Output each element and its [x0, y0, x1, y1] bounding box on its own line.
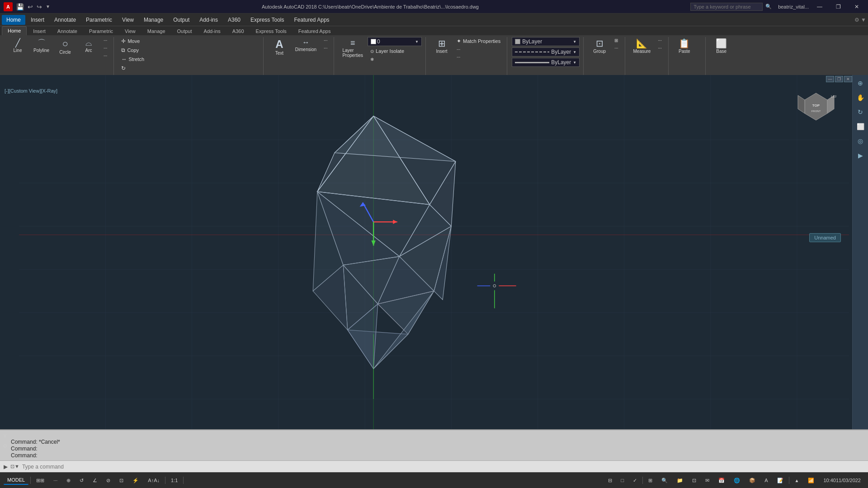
command-close-btn[interactable]: ✕	[3, 433, 7, 439]
annot-more-1[interactable]: ···	[321, 37, 330, 44]
annot-more-2[interactable]: ···	[321, 45, 330, 52]
ribbon-tab-express[interactable]: Express Tools	[250, 27, 292, 35]
stretch-button[interactable]: ↔ Stretch	[118, 55, 259, 63]
color-dropdown[interactable]: ByLayer ▼	[512, 37, 580, 46]
status-model-btn[interactable]: MODEL	[4, 476, 28, 485]
unnamed-button[interactable]: Unnamed	[809, 233, 841, 242]
vp-restore-btn[interactable]: ❐	[835, 76, 843, 82]
base-button[interactable]: ⬜ Base	[710, 37, 733, 56]
move-button[interactable]: ✛ Move	[118, 37, 259, 45]
status-lweight-btn[interactable]: ⚡	[129, 476, 142, 485]
ribbon-tab-manage[interactable]: Manage	[142, 27, 171, 35]
text-button[interactable]: A Text	[268, 37, 291, 57]
viewcube[interactable]: TOP FRONT LEFT	[796, 89, 836, 129]
menu-parametric[interactable]: Parametric	[81, 15, 117, 25]
ribbon-tab-addins[interactable]: Add-ins	[198, 27, 226, 35]
taskbar-app1[interactable]: ⊡	[689, 476, 700, 485]
utilities-more-1[interactable]: ···	[655, 37, 664, 44]
menu-manage[interactable]: Manage	[139, 15, 168, 25]
orbit-btn[interactable]: ↻	[854, 106, 867, 118]
show-motion-btn[interactable]: ▶	[854, 149, 867, 162]
menu-output[interactable]: Output	[169, 15, 194, 25]
polyline-button[interactable]: ⌒ Polyline	[30, 37, 53, 55]
group-button[interactable]: ⊡ Group	[588, 37, 611, 56]
quick-access-more[interactable]: ▼	[46, 4, 50, 9]
ribbon-tab-featured[interactable]: Featured Apps	[293, 27, 336, 35]
menu-annotate[interactable]: Annotate	[50, 15, 80, 25]
line-button[interactable]: ╱ Line	[6, 37, 29, 55]
menu-view[interactable]: View	[118, 15, 138, 25]
block-more-1[interactable]: ···	[454, 46, 503, 53]
insert-button[interactable]: ⊞ Insert	[430, 37, 453, 56]
quick-access-undo[interactable]: ↩	[28, 3, 33, 10]
status-scale-btn[interactable]: 1:1	[167, 476, 181, 484]
menu-a360[interactable]: A360	[223, 15, 245, 25]
command-filter-btn[interactable]: ⚙	[3, 443, 8, 449]
taskbar-app5[interactable]: 📦	[745, 476, 759, 485]
vp-close-btn[interactable]: ✕	[844, 76, 852, 82]
ribbon-tab-parametric[interactable]: Parametric	[84, 27, 118, 35]
vp-minimize-btn[interactable]: —	[826, 76, 834, 82]
status-hardware-btn[interactable]: □	[618, 476, 628, 484]
quick-access-redo[interactable]: ↪	[37, 3, 42, 10]
status-snap-btn[interactable]: ···	[50, 476, 61, 484]
linetype-dropdown[interactable]: ByLayer ▼	[512, 47, 580, 56]
menu-insert[interactable]: Insert	[26, 15, 49, 25]
ribbon-tab-output[interactable]: Output	[172, 27, 198, 35]
layer-properties-button[interactable]: ≡ LayerProperties	[339, 37, 367, 60]
paste-button[interactable]: 📋 Paste	[673, 37, 696, 56]
lineweight-dropdown[interactable]: ByLayer ▼	[512, 58, 580, 67]
taskbar-app2[interactable]: ✉	[702, 476, 713, 485]
status-otrack-btn[interactable]: ∠	[89, 476, 101, 485]
copy-button[interactable]: ⧉ Copy	[118, 46, 259, 54]
close-button[interactable]: ✕	[849, 2, 864, 12]
block-more-2[interactable]: ···	[454, 54, 503, 61]
viewport[interactable]: TOP FRONT LEFT Unnamed	[0, 75, 868, 429]
utilities-more-2[interactable]: ···	[655, 45, 664, 52]
minimize-button[interactable]: —	[811, 2, 828, 12]
rotate-button[interactable]: ↻	[118, 64, 259, 72]
titlebar-search[interactable]	[690, 3, 763, 11]
ribbon-customize-icon[interactable]: ⚙ ▼	[854, 17, 866, 23]
ribbon-tab-view[interactable]: View	[119, 27, 141, 35]
taskbar-app4[interactable]: 🌐	[730, 476, 744, 485]
draw-more-2[interactable]: ···	[101, 45, 110, 52]
windows-file-btn[interactable]: 📁	[673, 476, 687, 485]
command-input[interactable]	[22, 464, 864, 470]
restore-button[interactable]: ❐	[830, 2, 846, 12]
layer-freeze[interactable]: ❄	[368, 56, 422, 63]
quick-access-save[interactable]: 💾	[16, 3, 24, 10]
status-osnap-btn[interactable]: ↺	[76, 476, 87, 485]
pan-btn[interactable]: ✋	[854, 91, 867, 104]
status-ducs-btn[interactable]: ⊘	[103, 476, 114, 485]
ribbon-tab-a360[interactable]: A360	[227, 27, 250, 35]
menu-express-tools[interactable]: Express Tools	[246, 15, 288, 25]
status-dyn-btn[interactable]: ⊡	[116, 476, 127, 485]
match-props-button[interactable]: ✦ Match Properties	[454, 37, 503, 45]
layer-isolate[interactable]: ⊙Layer Isolate	[368, 47, 422, 55]
circle-button[interactable]: ○ Circle	[54, 37, 76, 56]
draw-more-3[interactable]: ···	[101, 52, 110, 59]
network-icon[interactable]: 📶	[804, 476, 818, 485]
measure-button[interactable]: 📐 Measure	[630, 37, 655, 56]
ribbon-tab-annotate[interactable]: Annotate	[52, 27, 83, 35]
menu-addins[interactable]: Add-ins	[195, 15, 222, 25]
status-isolate-btn[interactable]: ⊟	[604, 476, 616, 485]
arc-button[interactable]: ⌓ Arc	[77, 37, 100, 55]
menu-featured-apps[interactable]: Featured Apps	[290, 15, 334, 25]
group-more-2[interactable]: ···	[612, 45, 621, 52]
status-grid-btn[interactable]: ⊞⊞	[33, 476, 48, 485]
windows-start-btn[interactable]: ⊞	[645, 476, 656, 485]
steering-wheel-btn[interactable]: ◎	[854, 135, 867, 147]
ribbon-tab-insert[interactable]: Insert	[28, 27, 51, 35]
zoom-realtime-btn[interactable]: ⊕	[854, 77, 867, 89]
draw-more-1[interactable]: ···	[101, 37, 110, 44]
taskbar-app3[interactable]: 📅	[715, 476, 728, 485]
taskbar-app7[interactable]: 📝	[774, 476, 787, 485]
layer-dropdown[interactable]: 0 ▼	[368, 37, 422, 46]
status-tmodel-btn[interactable]: A↑A↓	[144, 476, 163, 484]
dimension-button[interactable]: ↔ Dimension	[292, 37, 320, 54]
status-clean-btn[interactable]: ✓	[629, 476, 641, 485]
taskbar-app6[interactable]: A	[761, 476, 771, 484]
group-more-1[interactable]: ⊞	[612, 37, 621, 44]
